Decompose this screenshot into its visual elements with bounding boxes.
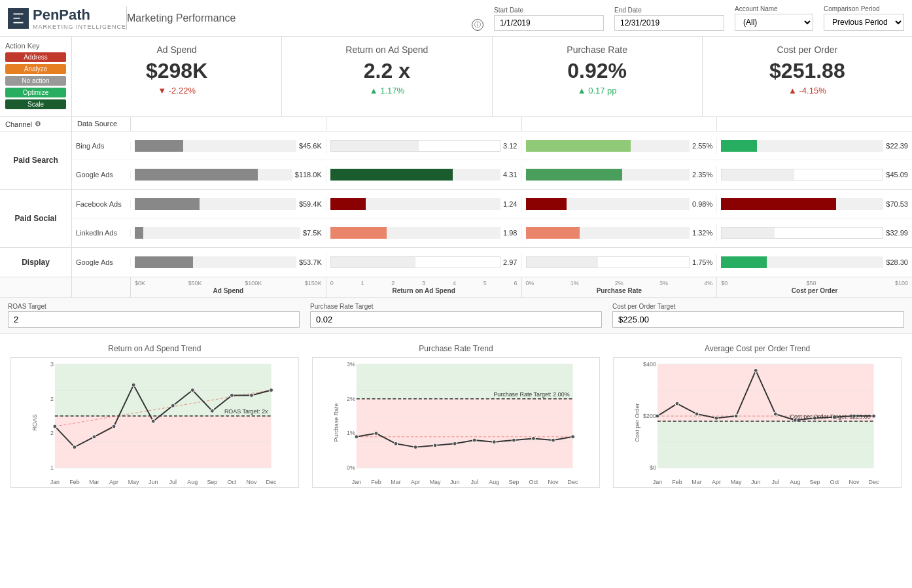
axis-channel-spacer xyxy=(0,277,72,297)
comparison-select[interactable]: Previous Period xyxy=(824,14,904,31)
trend-svg: Cost per Order Target: $225.00Cost per O… xyxy=(613,357,902,488)
datasource-name: LinkedIn Ads xyxy=(72,229,131,237)
svg-rect-39 xyxy=(357,399,573,468)
bar-value-label: 3.12 xyxy=(503,142,517,150)
axis-cpo: $0$50$100 Cost per Order xyxy=(717,277,912,297)
kpi-section: Action Key AddressAnalyzeNo actionOptimi… xyxy=(0,37,912,117)
kpi-title: Purchase Rate xyxy=(506,44,689,55)
roas-target-label: ROAS Target xyxy=(8,303,300,310)
datasource-name: Facebook Ads xyxy=(72,200,131,208)
bar-background xyxy=(330,256,500,268)
kpi-value: $251.88 xyxy=(716,59,899,83)
bar-value-label: 4.31 xyxy=(503,171,517,179)
trend-title: Average Cost per Order Trend xyxy=(613,344,902,353)
bar-value-label: 2.97 xyxy=(503,258,517,266)
svg-text:Dec: Dec xyxy=(567,479,578,485)
cpo-target-input[interactable] xyxy=(612,311,904,328)
start-date-label: Start Date xyxy=(494,7,604,14)
datasource-row: Google Ads$53.7K2.971.75%$28.30 xyxy=(72,248,912,277)
pr-ticks: 0%1%2%3%4% xyxy=(526,280,713,286)
svg-point-50 xyxy=(394,441,398,445)
svg-point-92 xyxy=(754,368,758,372)
svg-text:Jul: Jul xyxy=(470,479,478,485)
cpo-target-label: Cost per Order Target xyxy=(612,303,904,310)
end-date-input[interactable] xyxy=(614,15,724,31)
bar-background xyxy=(330,169,500,181)
bar-background xyxy=(526,227,690,239)
pr-axis-title: Purchase Rate xyxy=(526,287,713,294)
bar-fill xyxy=(721,256,766,268)
pr-target-input[interactable] xyxy=(310,311,602,328)
svg-text:$0: $0 xyxy=(650,464,656,471)
svg-text:Mar: Mar xyxy=(692,479,702,485)
svg-text:2: 2 xyxy=(50,396,54,402)
svg-text:Aug: Aug xyxy=(187,479,198,485)
bar-background xyxy=(721,256,883,268)
chart-cell: $45.09 xyxy=(717,166,912,183)
kpi-card: Ad Spend $298K ▼ -2.22% xyxy=(72,37,282,116)
svg-text:3%: 3% xyxy=(347,361,355,368)
roas-target-group: ROAS Target xyxy=(8,303,300,328)
svg-text:2%: 2% xyxy=(347,396,355,402)
svg-text:Jan: Jan xyxy=(653,479,662,485)
logo-text-block: PenPath MARKETING INTELLIGENCE xyxy=(33,7,126,30)
svg-point-55 xyxy=(492,440,496,444)
bar-fill xyxy=(330,198,366,210)
bar-background xyxy=(135,227,300,239)
roas-target-input[interactable] xyxy=(8,311,300,328)
channel-block: Paid SocialFacebook Ads$59.4K1.240.98%$7… xyxy=(0,190,912,248)
cpo-target-group: Cost per Order Target xyxy=(612,303,904,328)
svg-point-49 xyxy=(374,432,378,436)
svg-point-16 xyxy=(190,389,194,392)
trends-container: Return on Ad Spend TrendROAS Target: 2xR… xyxy=(0,334,912,500)
svg-text:2: 2 xyxy=(50,430,54,436)
svg-text:Purchase Rate Target: 2.00%: Purchase Rate Target: 2.00% xyxy=(493,391,569,398)
roas-axis-title: Return on Ad Spend xyxy=(330,287,517,294)
trend-chart: Average Cost per Order TrendCost per Ord… xyxy=(610,341,904,493)
chart-cell: $70.53 xyxy=(717,196,912,213)
logo-subtitle: MARKETING INTELLIGENCE xyxy=(33,24,126,30)
datasource-row: Bing Ads$45.6K3.122.55%$22.39 xyxy=(72,131,912,160)
kpi-change: ▲ -4.15% xyxy=(716,86,899,95)
targets-row: ROAS Target Purchase Rate Target Cost pe… xyxy=(0,298,912,334)
bar-background xyxy=(721,140,883,152)
filter-icon[interactable]: ⚙ xyxy=(35,120,41,128)
ad-spend-ticks: $0K$50K$100K$150K xyxy=(135,280,322,286)
chart-header-spacer3 xyxy=(522,117,718,131)
datasource-header: Data Source xyxy=(72,117,131,131)
bar-background xyxy=(135,256,296,268)
axis-roas: 0123456 Return on Ad Spend xyxy=(326,277,522,297)
chart-cell: $59.4K xyxy=(131,196,326,213)
svg-text:Oct: Oct xyxy=(830,479,839,485)
svg-point-58 xyxy=(551,438,555,442)
svg-text:Jun: Jun xyxy=(751,479,760,485)
svg-text:Nov: Nov xyxy=(247,479,257,485)
chart-cell: $118.0K xyxy=(131,166,326,183)
account-select[interactable]: (All) xyxy=(735,14,813,31)
account-label: Account Name xyxy=(735,5,813,12)
action-badge: Scale xyxy=(5,99,66,109)
chart-cell: $7.5K xyxy=(131,224,326,241)
bar-background xyxy=(721,227,883,239)
svg-text:Feb: Feb xyxy=(69,479,79,485)
page-title: Marketing Performance xyxy=(127,12,236,24)
datasource-column: Bing Ads$45.6K3.122.55%$22.39Google Ads$… xyxy=(72,131,912,189)
kpi-value: $298K xyxy=(85,59,268,83)
bar-background xyxy=(526,140,690,152)
trend-title: Return on Ad Spend Trend xyxy=(10,344,299,353)
bar-fill xyxy=(526,169,623,181)
chart-cell: $28.30 xyxy=(717,254,912,271)
bar-fill xyxy=(721,198,836,210)
svg-text:Jul: Jul xyxy=(772,479,779,485)
svg-point-52 xyxy=(433,443,437,447)
svg-point-88 xyxy=(675,402,679,406)
action-key-col: Action Key AddressAnalyzeNo actionOptimi… xyxy=(0,37,72,116)
action-badge: No action xyxy=(5,76,66,86)
svg-point-19 xyxy=(250,393,254,397)
svg-text:Aug: Aug xyxy=(489,479,499,485)
start-date-input[interactable] xyxy=(494,15,604,31)
start-date-control: Start Date xyxy=(494,7,604,31)
cpo-ticks: $0$50$100 xyxy=(721,280,908,286)
trend-title: Purchase Rate Trend xyxy=(312,344,601,353)
info-icon[interactable]: ⓘ xyxy=(472,19,483,31)
